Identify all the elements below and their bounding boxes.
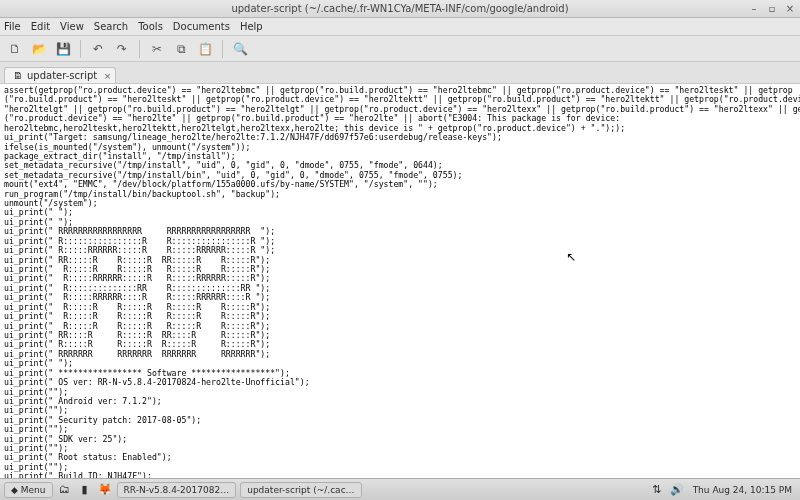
editor-area[interactable]: assert(getprop("ro.product.device") == "… <box>0 84 800 482</box>
menu-file[interactable]: File <box>4 21 21 32</box>
menu-help[interactable]: Help <box>240 21 263 32</box>
taskbar-item-editor[interactable]: updater-script (~/.cac… <box>240 482 361 498</box>
tab-close-icon[interactable]: × <box>104 71 112 81</box>
cut-icon[interactable]: ✂ <box>146 39 168 59</box>
window-titlebar: updater-script (~/.cache/.fr-WN1CYa/META… <box>0 0 800 18</box>
copy-icon[interactable]: ⧉ <box>170 39 192 59</box>
save-icon[interactable]: 💾 <box>52 39 74 59</box>
open-file-icon[interactable]: 📂 <box>28 39 50 59</box>
tab-label: updater-script <box>27 70 97 81</box>
volume-icon[interactable]: 🔊 <box>669 482 685 498</box>
menu-edit[interactable]: Edit <box>31 21 50 32</box>
paste-icon[interactable]: 📋 <box>194 39 216 59</box>
toolbar: 🗋 📂 💾 ↶ ↷ ✂ ⧉ 📋 🔍 <box>0 36 800 62</box>
redo-icon[interactable]: ↷ <box>111 39 133 59</box>
file-manager-icon[interactable]: 🗂 <box>57 482 73 498</box>
menubar: File Edit View Search Tools Documents He… <box>0 18 800 36</box>
taskbar-item-rr[interactable]: RR-N-v5.8.4-2017082… <box>117 482 237 498</box>
document-icon: 🗎 <box>13 70 23 81</box>
menu-documents[interactable]: Documents <box>173 21 230 32</box>
tab-updater-script[interactable]: 🗎 updater-script × <box>4 67 116 83</box>
search-icon[interactable]: 🔍 <box>229 39 251 59</box>
window-controls: – ▫ × <box>748 3 796 15</box>
taskbar-clock[interactable]: Thu Aug 24, 10:15 PM <box>689 485 796 495</box>
tabbar: 🗎 updater-script × <box>0 62 800 84</box>
menu-search[interactable]: Search <box>94 21 128 32</box>
editor-content[interactable]: assert(getprop("ro.product.device") == "… <box>0 84 800 482</box>
undo-icon[interactable]: ↶ <box>87 39 109 59</box>
maximize-icon[interactable]: ▫ <box>766 3 778 15</box>
menu-view[interactable]: View <box>60 21 84 32</box>
toolbar-separator <box>139 40 140 58</box>
close-icon[interactable]: × <box>784 3 796 15</box>
toolbar-separator <box>80 40 81 58</box>
toolbar-separator <box>222 40 223 58</box>
menu-tools[interactable]: Tools <box>138 21 163 32</box>
minimize-icon[interactable]: – <box>748 3 760 15</box>
network-icon[interactable]: ⇅ <box>649 482 665 498</box>
menu-icon: ◆ <box>11 485 18 495</box>
window-title: updater-script (~/.cache/.fr-WN1CYa/META… <box>231 3 568 14</box>
start-menu-button[interactable]: ◆ Menu <box>4 482 53 498</box>
new-file-icon[interactable]: 🗋 <box>4 39 26 59</box>
firefox-icon[interactable]: 🦊 <box>97 482 113 498</box>
taskbar: ◆ Menu 🗂 ▮ 🦊 RR-N-v5.8.4-2017082… update… <box>0 478 800 500</box>
terminal-icon[interactable]: ▮ <box>77 482 93 498</box>
